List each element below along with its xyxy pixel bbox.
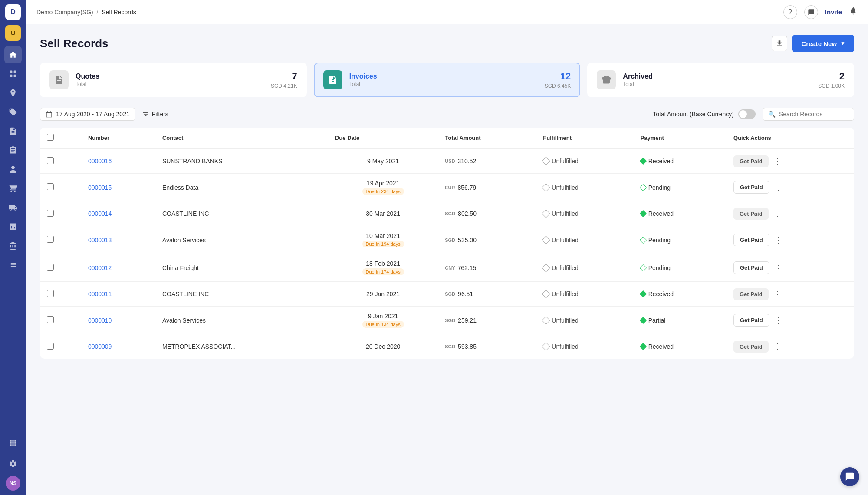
row-select-6[interactable] bbox=[47, 316, 54, 323]
amount-val-7: 593.85 bbox=[458, 343, 477, 350]
row-contact-7: METROPLEX ASSOCIAT... bbox=[155, 334, 328, 359]
sidebar-item-tags[interactable] bbox=[4, 103, 22, 121]
get-paid-button-5[interactable]: Get Paid bbox=[733, 288, 769, 300]
help-button[interactable]: ? bbox=[783, 5, 797, 19]
row-checkbox-0 bbox=[40, 148, 81, 174]
fulfillment-icon-2 bbox=[542, 209, 550, 218]
tab-archived[interactable]: Archived Total 2 SGD 1.00K bbox=[587, 63, 854, 97]
sidebar-item-cart[interactable] bbox=[4, 180, 22, 197]
tab-count-num-invoices: 12 bbox=[545, 71, 571, 82]
row-checkbox-3 bbox=[40, 226, 81, 254]
export-button[interactable] bbox=[772, 36, 787, 51]
sidebar-item-reports[interactable] bbox=[4, 218, 22, 235]
row-payment-1: Pending bbox=[634, 174, 727, 201]
get-paid-button-3[interactable]: Get Paid bbox=[733, 234, 769, 246]
sidebar-item-grid2[interactable] bbox=[4, 256, 22, 274]
fulfillment-icon-1 bbox=[542, 183, 550, 192]
toggle-switch[interactable] bbox=[738, 109, 756, 119]
row-payment-2: Received bbox=[634, 201, 727, 226]
select-all-checkbox[interactable] bbox=[47, 134, 54, 141]
tab-count-quotes: 7 SGD 4.21K bbox=[271, 71, 297, 89]
app-logo[interactable]: D bbox=[5, 4, 21, 20]
sidebar-item-dashboard[interactable] bbox=[4, 65, 22, 82]
row-number-2[interactable]: 0000014 bbox=[81, 201, 155, 226]
get-paid-button-1[interactable]: Get Paid bbox=[733, 181, 769, 194]
currency-2: SGD bbox=[445, 211, 455, 216]
breadcrumb-separator: / bbox=[97, 9, 99, 16]
row-number-1[interactable]: 0000015 bbox=[81, 174, 155, 201]
get-paid-button-4[interactable]: Get Paid bbox=[733, 261, 769, 274]
row-fulfillment-6: Unfulfilled bbox=[536, 307, 633, 334]
more-menu-button-7[interactable]: ⋮ bbox=[771, 340, 783, 353]
row-contact-2: COASTLINE INC bbox=[155, 201, 328, 226]
tab-sub-quotes: Total bbox=[76, 81, 264, 87]
sidebar-bottom: NS bbox=[4, 434, 22, 491]
filters-button[interactable]: Filters bbox=[142, 111, 168, 118]
payment-dot-1 bbox=[639, 184, 647, 191]
row-select-4[interactable] bbox=[47, 264, 54, 271]
row-number-5[interactable]: 0000011 bbox=[81, 282, 155, 307]
row-select-0[interactable] bbox=[47, 157, 54, 164]
more-menu-button-3[interactable]: ⋮ bbox=[772, 234, 784, 246]
table-row: 0000016SUNSTRAND BANKS9 May 2021 USD 310… bbox=[40, 148, 854, 174]
row-select-7[interactable] bbox=[47, 343, 54, 350]
get-paid-button-6[interactable]: Get Paid bbox=[733, 314, 769, 327]
sidebar-item-connections[interactable] bbox=[4, 84, 22, 102]
row-select-5[interactable] bbox=[47, 290, 54, 297]
chat-bubble-button[interactable] bbox=[840, 467, 859, 486]
get-paid-button-7[interactable]: Get Paid bbox=[733, 341, 769, 353]
row-number-6[interactable]: 0000010 bbox=[81, 307, 155, 334]
table-row: 0000011COASTLINE INC29 Jan 2021 SGD 96.5… bbox=[40, 282, 854, 307]
row-select-1[interactable] bbox=[47, 183, 54, 190]
search-input[interactable] bbox=[779, 111, 848, 118]
get-paid-button-2[interactable]: Get Paid bbox=[733, 208, 769, 220]
row-contact-6: Avalon Services bbox=[155, 307, 328, 334]
row-checkbox-7 bbox=[40, 334, 81, 359]
more-menu-button-4[interactable]: ⋮ bbox=[772, 262, 784, 274]
row-number-7[interactable]: 0000009 bbox=[81, 334, 155, 359]
row-number-4[interactable]: 0000012 bbox=[81, 254, 155, 282]
table-body: 0000016SUNSTRAND BANKS9 May 2021 USD 310… bbox=[40, 148, 854, 359]
sidebar-item-truck[interactable] bbox=[4, 199, 22, 216]
more-menu-button-0[interactable]: ⋮ bbox=[771, 155, 783, 167]
row-select-3[interactable] bbox=[47, 236, 54, 243]
more-menu-button-6[interactable]: ⋮ bbox=[772, 314, 784, 327]
get-paid-button-0[interactable]: Get Paid bbox=[733, 155, 769, 167]
sidebar-item-contacts[interactable] bbox=[4, 161, 22, 178]
tab-invoices[interactable]: Invoices Total 12 SGD 6.45K bbox=[314, 63, 581, 97]
date-range-picker[interactable]: 17 Aug 2020 - 17 Aug 2021 bbox=[40, 108, 135, 121]
row-due-date-5: 29 Jan 2021 bbox=[328, 282, 438, 307]
row-select-2[interactable] bbox=[47, 210, 54, 217]
date-range-label: 17 Aug 2020 - 17 Aug 2021 bbox=[56, 111, 130, 118]
fulfillment-label-6: Unfulfilled bbox=[552, 317, 578, 324]
more-menu-button-1[interactable]: ⋮ bbox=[772, 182, 784, 194]
invite-button[interactable]: Invite bbox=[825, 8, 842, 16]
tab-icon-archived bbox=[597, 70, 616, 89]
svg-rect-1 bbox=[14, 71, 16, 73]
row-contact-4: China Freight bbox=[155, 254, 328, 282]
breadcrumb-company[interactable]: Demo Company(SG) bbox=[36, 9, 93, 16]
chat-button[interactable] bbox=[804, 5, 818, 19]
sidebar-item-clipboard[interactable] bbox=[4, 142, 22, 159]
sidebar-item-bank[interactable] bbox=[4, 237, 22, 254]
amount-val-3: 535.00 bbox=[458, 237, 477, 244]
sidebar-item-docs[interactable] bbox=[4, 122, 22, 140]
main-area: Demo Company(SG) / Sell Records ? Invite… bbox=[26, 0, 868, 495]
row-number-0[interactable]: 0000016 bbox=[81, 148, 155, 174]
notification-button[interactable] bbox=[849, 7, 858, 17]
payment-cell-5: Received bbox=[641, 290, 720, 297]
sidebar-item-settings[interactable] bbox=[4, 455, 22, 472]
create-new-button[interactable]: Create New ▼ bbox=[792, 35, 854, 52]
tab-quotes[interactable]: Quotes Total 7 SGD 4.21K bbox=[40, 63, 307, 97]
due-date-main-3: 10 Mar 2021 bbox=[366, 232, 400, 239]
payment-cell-1: Pending bbox=[641, 184, 720, 191]
sidebar-item-apps[interactable] bbox=[4, 434, 22, 452]
more-menu-button-2[interactable]: ⋮ bbox=[771, 208, 783, 220]
user-avatar[interactable]: NS bbox=[6, 476, 20, 491]
row-number-3[interactable]: 0000013 bbox=[81, 226, 155, 254]
more-menu-button-5[interactable]: ⋮ bbox=[771, 288, 783, 300]
company-avatar[interactable]: U bbox=[5, 25, 21, 41]
row-checkbox-5 bbox=[40, 282, 81, 307]
records-table: NumberContactDue DateTotal AmountFulfill… bbox=[40, 128, 854, 359]
sidebar-item-home[interactable] bbox=[4, 46, 22, 63]
